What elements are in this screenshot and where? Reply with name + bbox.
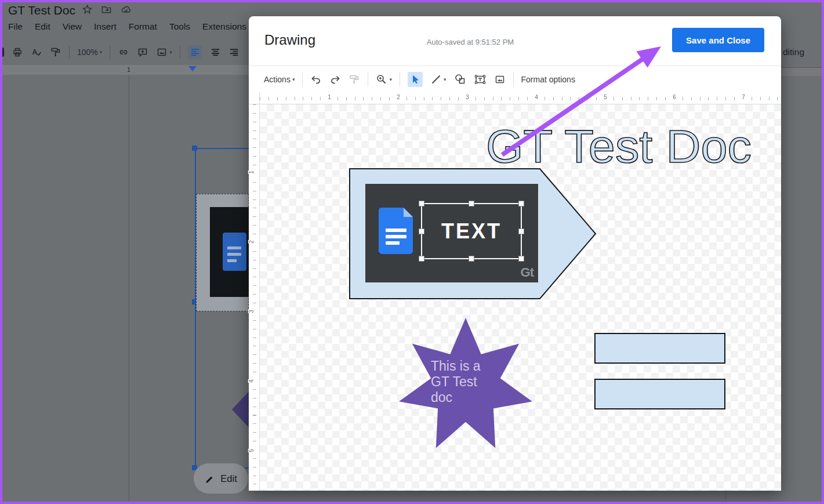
page-fold [404,208,413,217]
menu-tools[interactable]: Tools [169,21,190,32]
paint-format-icon[interactable] [50,46,61,58]
align-right-icon[interactable] [228,47,239,58]
ruler-number: 2 [394,94,402,100]
chevron-down-icon: ▾ [389,77,392,82]
save-and-close-button[interactable]: Save and Close [672,28,764,52]
spellcheck-icon[interactable]: A [31,46,42,58]
edit-button-label: Edit [220,473,237,484]
zoom-level-value: 100% [77,48,98,57]
dialog-title: Drawing [264,32,315,48]
ruler-number: 1 [325,94,333,100]
star-text-line: GT Test [431,374,481,390]
toolbar-separator [513,72,514,86]
docs-ruler-right [782,68,822,76]
ruler-number: 5 [601,94,609,100]
image-overlay-text: TEXT [422,204,521,258]
actions-menu[interactable]: Actions ▾ [264,75,295,84]
resize-handle[interactable] [469,201,474,206]
align-left-icon [190,47,201,58]
editing-mode-label[interactable]: diting [783,47,804,57]
line-icon [430,74,442,85]
docs-logo-icon [379,208,413,254]
text-box-icon[interactable] [474,73,487,86]
indent-marker[interactable] [188,66,197,71]
toolbar-separator [302,72,303,86]
line-tool[interactable]: ▾ [430,74,447,85]
titlebar-icons [82,4,132,15]
ruler-number: 2 [248,240,256,244]
insert-image-dropdown[interactable]: ▾ [156,46,172,58]
svg-text:A: A [32,48,38,56]
rectangle-shape[interactable] [594,379,725,409]
docs-toolbar: A 100% ▾ ▾ [0,42,239,63]
menu-bar: File Edit View Insert Format Tools Exten… [8,21,246,32]
star-text-line: doc [431,390,481,405]
actions-label: Actions [264,75,291,84]
add-comment-icon[interactable] [137,46,148,58]
zoom-tool[interactable]: ▾ [376,74,392,85]
select-tool-active[interactable] [408,72,423,87]
insert-image-icon [156,46,168,58]
star-text[interactable]: This is a GT Test doc [431,358,481,405]
inserted-image[interactable]: TEXT Gt [365,184,538,282]
chevron-down-icon: ▾ [292,77,295,82]
page-edge-line [725,491,726,502]
undo-icon[interactable] [310,74,322,85]
star-icon[interactable] [82,4,93,15]
autosave-status: Auto-saved at 9:51:52 PM [395,38,546,46]
menu-edit[interactable]: Edit [35,21,50,32]
watermark-logo: Gt [521,265,533,280]
doc-selection-handle[interactable] [192,146,197,151]
resize-handle[interactable] [419,201,424,206]
toolbar-separator [69,46,70,59]
format-options-button[interactable]: Format options [521,75,575,84]
screenshot-page: GT Test Doc File Edit View Insert Format… [0,0,824,504]
shape-icon[interactable] [454,73,466,85]
resize-handle[interactable] [419,256,424,262]
horizontal-ruler: 1 2 3 4 5 6 7 [260,92,781,104]
menu-insert[interactable]: Insert [94,21,117,32]
zoom-level-dropdown[interactable]: 100% ▾ [77,48,102,57]
word-art-shape[interactable]: GT Test Doc [485,118,758,173]
document-title[interactable]: GT Test Doc [8,3,75,17]
drawing-toolbar: Actions ▾ ▾ ▾ Format opt [249,66,781,92]
ruler-number: 1 [248,171,256,174]
cloud-saved-icon[interactable] [120,4,132,15]
ruler-number: 7 [739,94,747,100]
ruler-ticks [253,104,256,491]
word-art-text: GT Test Doc [486,121,752,172]
ruler-number: 4 [248,379,256,383]
resize-handle[interactable] [518,229,524,234]
ruler-number: 6 [670,94,678,100]
redo-icon[interactable] [329,74,341,85]
rectangle-shape[interactable] [594,333,725,364]
resize-handle[interactable] [469,256,474,262]
print-icon[interactable] [12,46,23,58]
resize-handle[interactable] [419,229,424,234]
toolbar-separator [368,72,368,86]
menu-file[interactable]: File [8,21,23,32]
star-shape-preview [232,391,249,427]
edit-drawing-button[interactable]: Edit [193,463,249,494]
image-icon[interactable] [494,74,506,85]
chevron-down-icon: ▾ [169,49,172,55]
drawing-canvas[interactable]: GT Test Doc TEXT [260,104,781,491]
image-selection-box[interactable]: TEXT [421,203,522,259]
page-edge-line [129,75,129,502]
menu-view[interactable]: View [63,21,82,32]
resize-handle[interactable] [518,201,524,206]
select-cursor-icon [409,74,421,85]
menu-extensions[interactable]: Extensions [202,21,246,32]
clipped-toolbar-icon [0,48,4,57]
resize-handle[interactable] [518,256,524,262]
menu-format[interactable]: Format [129,21,157,32]
move-folder-icon[interactable] [101,4,112,15]
align-left-button[interactable] [188,45,202,60]
ruler-number: 3 [463,94,471,100]
toolbar-separator [180,46,180,59]
docs-ruler: 1 [0,65,249,75]
link-icon[interactable] [118,46,129,58]
align-center-icon[interactable] [210,47,221,58]
ruler-ticks [260,97,781,100]
toolbar-separator [400,72,400,86]
